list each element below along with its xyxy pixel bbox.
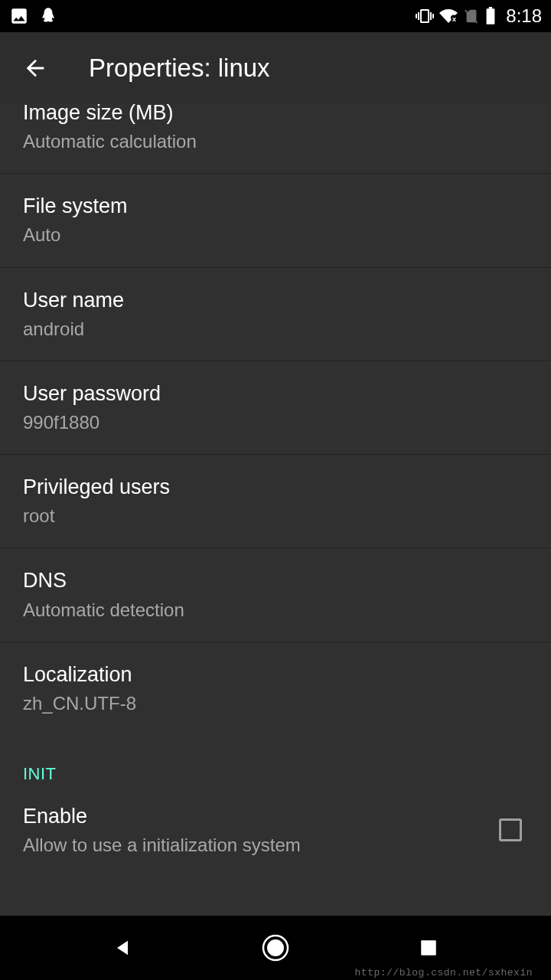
- no-sim-icon: [463, 7, 480, 25]
- setting-value: android: [23, 317, 528, 341]
- setting-value: zh_CN.UTF-8: [23, 691, 528, 715]
- vibrate-icon: [416, 7, 434, 25]
- setting-title: DNS: [23, 567, 528, 594]
- setting-value: Automatic detection: [23, 598, 528, 622]
- status-time: 8:18: [506, 5, 542, 27]
- setting-title: Privileged users: [23, 474, 528, 501]
- setting-value: Allow to use a initialization system: [23, 833, 499, 857]
- setting-value: 990f1880: [23, 410, 528, 434]
- setting-privileged-users[interactable]: Privileged users root: [0, 455, 551, 548]
- circle-home-icon: [260, 933, 291, 963]
- nav-back-button[interactable]: [104, 929, 141, 966]
- app-bar: Properties: linux: [0, 32, 551, 104]
- qq-notification-icon: [38, 6, 58, 26]
- setting-value: Automatic calculation: [23, 129, 528, 153]
- setting-localization[interactable]: Localization zh_CN.UTF-8: [0, 642, 551, 735]
- section-label: INIT: [23, 764, 528, 784]
- image-notification-icon: [9, 6, 29, 26]
- setting-title: Localization: [23, 662, 528, 688]
- setting-title: User name: [23, 287, 528, 314]
- setting-image-size[interactable]: Image size (MB) Automatic calculation: [0, 104, 551, 174]
- status-left: [9, 6, 58, 26]
- setting-title: File system: [23, 193, 528, 220]
- enable-checkbox[interactable]: [499, 818, 522, 841]
- triangle-back-icon: [112, 937, 133, 959]
- setting-user-name[interactable]: User name android: [0, 268, 551, 361]
- battery-icon: [484, 6, 497, 26]
- setting-user-password[interactable]: User password 990f1880: [0, 361, 551, 455]
- svg-rect-3: [421, 940, 436, 956]
- setting-value: Auto: [23, 223, 528, 247]
- page-title: Properties: linux: [89, 54, 270, 83]
- square-recent-icon: [419, 938, 439, 958]
- arrow-back-icon: [22, 55, 48, 81]
- setting-dns[interactable]: DNS Automatic detection: [0, 548, 551, 642]
- status-right: x 8:18: [416, 5, 542, 27]
- settings-list[interactable]: Image size (MB) Automatic calculation Fi…: [0, 104, 551, 916]
- back-button[interactable]: [21, 54, 49, 82]
- setting-value: root: [23, 504, 528, 528]
- watermark: http://blog.csdn.net/sxhexin: [355, 967, 533, 978]
- setting-title: Enable: [23, 803, 499, 830]
- nav-recent-button[interactable]: [410, 929, 447, 966]
- setting-title: Image size (MB): [23, 104, 528, 126]
- status-bar: x 8:18: [0, 0, 551, 32]
- section-header-init: INIT: [0, 735, 551, 784]
- setting-file-system[interactable]: File system Auto: [0, 174, 551, 267]
- nav-home-button[interactable]: [257, 929, 294, 966]
- svg-point-2: [267, 939, 284, 956]
- setting-init-enable[interactable]: Enable Allow to use a initialization sys…: [0, 784, 551, 877]
- wifi-icon: x: [439, 7, 458, 25]
- svg-text:x: x: [452, 15, 456, 23]
- setting-title: User password: [23, 381, 528, 407]
